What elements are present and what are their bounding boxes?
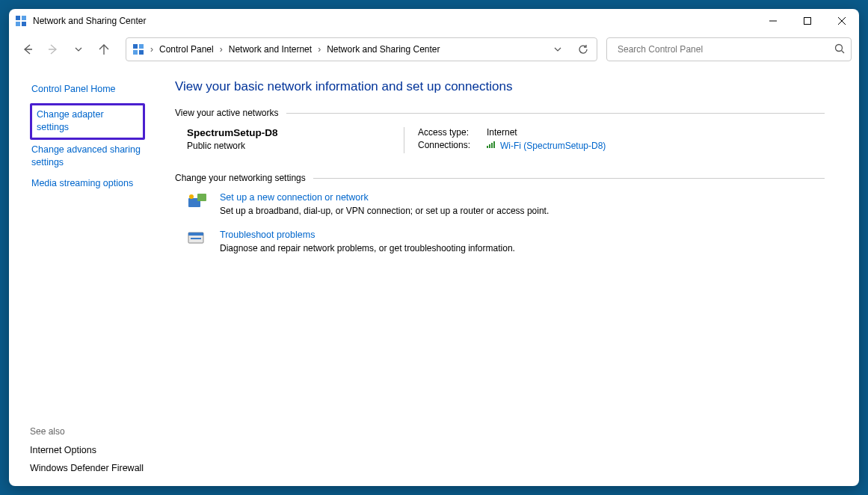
content-body: Control Panel Home Change adapter settin…	[9, 69, 859, 486]
arrow-left-icon	[22, 43, 34, 55]
task-link[interactable]: Set up a new connection or network	[220, 192, 369, 203]
task-setup-connection: Set up a new connection or network Set u…	[175, 192, 825, 230]
address-bar[interactable]: › Control Panel › Network and Internet ›…	[126, 37, 597, 61]
svg-rect-11	[133, 44, 138, 49]
refresh-icon	[578, 44, 588, 55]
window: Network and Sharing Center	[9, 9, 859, 486]
search-input[interactable]	[616, 43, 834, 55]
breadcrumb-item[interactable]: Control Panel	[159, 44, 214, 55]
page-title: View your basic network information and …	[175, 79, 825, 94]
up-button[interactable]	[95, 40, 113, 58]
svg-rect-26	[191, 238, 201, 239]
divider	[313, 178, 825, 179]
minimize-icon	[769, 17, 777, 25]
search-icon[interactable]	[834, 43, 845, 56]
chevron-down-icon	[75, 46, 82, 53]
svg-rect-25	[188, 233, 203, 236]
task-desc: Set up a broadband, dial-up, or VPN conn…	[220, 206, 549, 216]
svg-rect-18	[489, 144, 490, 148]
address-dropdown[interactable]	[547, 39, 568, 60]
section-active-networks: View your active networks	[175, 108, 825, 118]
svg-rect-22	[197, 194, 206, 201]
svg-rect-14	[139, 50, 144, 55]
svg-point-15	[836, 44, 843, 51]
connections-label: Connections:	[418, 140, 487, 151]
sidebar: Control Panel Home Change adapter settin…	[21, 69, 163, 477]
access-type-label: Access type:	[418, 127, 487, 138]
close-button[interactable]	[825, 9, 859, 33]
access-type-value: Internet	[487, 127, 517, 138]
see-also-defender-firewall[interactable]: Windows Defender Firewall	[30, 459, 163, 477]
maximize-icon	[804, 17, 811, 25]
svg-line-16	[842, 50, 845, 53]
troubleshoot-icon	[187, 230, 206, 248]
chevron-down-icon	[554, 46, 561, 53]
wifi-signal-icon	[487, 140, 497, 151]
highlight-annotation: Change adapter settings	[30, 103, 145, 140]
task-link[interactable]: Troubleshoot problems	[220, 230, 315, 240]
divider	[286, 113, 825, 114]
minimize-button[interactable]	[756, 9, 790, 33]
svg-rect-3	[22, 22, 26, 26]
breadcrumb-item[interactable]: Network and Internet	[229, 44, 312, 55]
close-icon	[838, 17, 846, 25]
svg-rect-1	[22, 16, 26, 20]
svg-rect-0	[16, 16, 20, 20]
wifi-connection-name: Wi-Fi (SpectrumSetup-D8)	[500, 141, 606, 151]
network-center-icon	[132, 43, 144, 55]
network-identity: SpectrumSetup-D8 Public network	[187, 127, 404, 153]
section-label: Change your networking settings	[175, 173, 306, 183]
arrow-up-icon	[98, 43, 110, 55]
wifi-connection-link[interactable]: Wi-Fi (SpectrumSetup-D8)	[487, 140, 606, 151]
svg-rect-5	[804, 18, 811, 25]
see-also-internet-options[interactable]: Internet Options	[30, 441, 163, 459]
window-controls	[756, 9, 859, 33]
maximize-button[interactable]	[790, 9, 825, 33]
network-type: Public network	[187, 141, 404, 151]
svg-rect-2	[16, 22, 20, 26]
chevron-right-icon[interactable]: ›	[218, 44, 224, 55]
svg-rect-13	[133, 50, 138, 55]
section-label: View your active networks	[175, 108, 279, 118]
recent-dropdown[interactable]	[70, 40, 87, 58]
section-change-settings: Change your networking settings	[175, 173, 825, 183]
arrow-right-icon	[47, 43, 59, 55]
svg-rect-19	[491, 143, 493, 148]
breadcrumb-item[interactable]: Network and Sharing Center	[327, 44, 440, 55]
window-title: Network and Sharing Center	[33, 16, 756, 26]
chevron-right-icon[interactable]: ›	[149, 44, 155, 55]
search-box[interactable]	[606, 37, 852, 61]
svg-rect-17	[487, 146, 488, 148]
sidebar-item-adapter-settings[interactable]: Change adapter settings	[37, 109, 104, 133]
svg-rect-20	[493, 141, 495, 148]
task-troubleshoot: Troubleshoot problems Diagnose and repai…	[175, 230, 825, 267]
network-details: Access type: Internet Connections: Wi-Fi…	[404, 127, 606, 153]
sidebar-item-advanced-sharing[interactable]: Change advanced sharing settings	[30, 140, 163, 173]
refresh-button[interactable]	[573, 39, 594, 60]
svg-point-23	[189, 194, 194, 199]
title-bar: Network and Sharing Center	[9, 9, 859, 33]
main-panel: View your basic network information and …	[163, 69, 847, 477]
chevron-right-icon[interactable]: ›	[316, 44, 322, 55]
sidebar-item-home[interactable]: Control Panel Home	[30, 79, 117, 100]
sidebar-item-media-streaming[interactable]: Media streaming options	[30, 173, 135, 194]
nav-row: › Control Panel › Network and Internet ›…	[9, 33, 859, 69]
network-center-icon	[15, 15, 27, 27]
setup-connection-icon	[187, 192, 206, 210]
network-name: SpectrumSetup-D8	[187, 127, 404, 138]
forward-button[interactable]	[44, 40, 62, 58]
task-desc: Diagnose and repair network problems, or…	[220, 243, 515, 253]
see-also-label: See also	[30, 426, 163, 441]
active-network-row: SpectrumSetup-D8 Public network Access t…	[175, 127, 825, 173]
svg-rect-12	[139, 44, 144, 49]
back-button[interactable]	[19, 40, 37, 58]
